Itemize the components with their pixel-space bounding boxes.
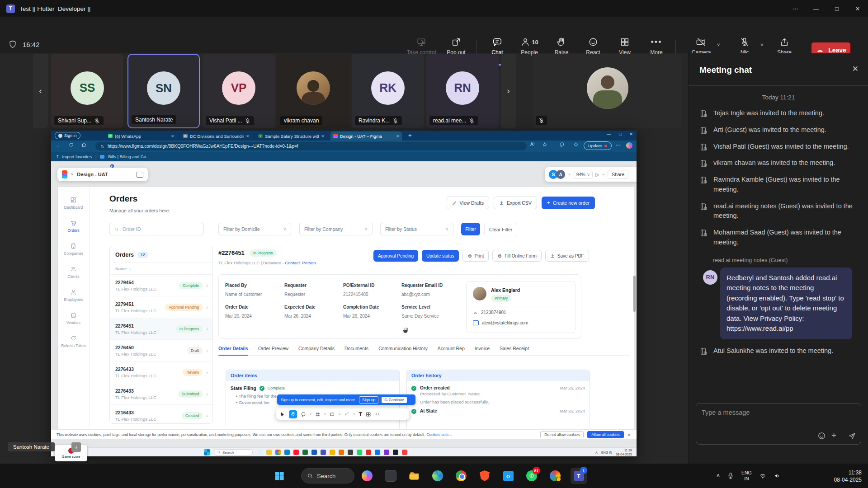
deny-cookies-button[interactable]: Do not allow cookies <box>540 431 584 438</box>
spotlight-video-tile[interactable] <box>533 54 682 128</box>
browser-signin-chip[interactable]: Sign in <box>55 132 80 139</box>
contact-email[interactable]: alex@vstatefilings.com <box>482 320 528 325</box>
contact-phone[interactable]: 2123874901 <box>481 310 506 315</box>
filter-company-select[interactable]: Filter by Company˅ <box>299 223 373 235</box>
react-button[interactable]: React <box>576 37 610 56</box>
view-button[interactable]: View <box>608 37 642 56</box>
order-row-selected[interactable]: 2276451TL Flex Holdings LLC In Progress› <box>110 318 212 340</box>
taskbar-search[interactable]: Search <box>301 468 354 483</box>
tray-chevron-icon[interactable]: ˄ <box>717 473 720 479</box>
browser-menu-icon[interactable]: ⋯ <box>615 142 621 148</box>
tab-sales-receipt[interactable]: Sales Receipt <box>500 346 529 351</box>
tab-communication-history[interactable]: Communication History <box>378 346 428 351</box>
browser-tab-active[interactable]: Design - UAT – Figma✕ <box>330 131 402 141</box>
teams-taskbar-icon[interactable]: T 1 <box>571 468 587 484</box>
tab-documents[interactable]: Documents <box>344 346 368 351</box>
url-field[interactable]: https://www.figma.com/design/9BKQ0FOHRWa… <box>95 142 527 150</box>
clear-filter-button[interactable]: Clear Filter <box>484 223 517 236</box>
copilot-icon[interactable] <box>626 142 632 149</box>
browser-profile-icon[interactable] <box>547 468 563 484</box>
video-tile[interactable]: RK Ravindra K... <box>352 54 424 128</box>
file-explorer-icon[interactable] <box>406 468 422 484</box>
connector-tool-icon[interactable] <box>344 412 349 417</box>
chrome-icon[interactable] <box>453 468 469 484</box>
pop-out-button[interactable]: Pop out <box>439 37 473 56</box>
tab-account-rep[interactable]: Account Rep <box>438 346 465 351</box>
chat-close-icon[interactable]: ✕ <box>852 64 859 74</box>
video-tile[interactable]: SS Shivani Sup... <box>51 54 123 128</box>
frame-tool-icon[interactable] <box>315 412 321 417</box>
google-continue-button[interactable]: GContinue <box>382 397 407 403</box>
edge-icon[interactable] <box>429 468 446 484</box>
chevron-down-icon[interactable]: ˅ <box>602 173 604 177</box>
approval-pending-button[interactable]: Approval Pending <box>373 250 418 262</box>
window-minimize-icon[interactable]: — <box>806 0 826 17</box>
chevron-down-icon[interactable]: ˅ <box>568 173 571 177</box>
sidebar-item-orders[interactable]: Orders <box>59 220 89 233</box>
chat-input-box[interactable]: + <box>696 403 861 445</box>
chevron-down-icon[interactable]: ˅ <box>339 413 340 416</box>
order-id-search[interactable] <box>109 223 204 235</box>
sidebar-item-refresh-token[interactable]: Refresh Token <box>59 335 89 348</box>
figma-logo-icon[interactable] <box>62 170 67 178</box>
order-row[interactable]: 2279451TL Flex Holdings LLC Approval Pen… <box>110 296 212 318</box>
browser-maximize-icon[interactable]: □ <box>619 132 621 136</box>
strip-scroll-right-button[interactable]: › <box>501 54 516 128</box>
chevron-down-icon[interactable]: ˅ <box>353 413 355 416</box>
collections-icon[interactable] <box>573 142 579 147</box>
send-icon[interactable] <box>848 432 856 440</box>
order-id-input[interactable] <box>122 226 191 232</box>
signup-button[interactable]: Sign up <box>359 396 378 404</box>
score-widget[interactable]: Game score <box>55 445 87 461</box>
print-button[interactable]: Print <box>462 250 489 262</box>
shape-tool-icon[interactable] <box>330 412 335 417</box>
browser-close-icon[interactable]: ✕ <box>629 132 633 136</box>
present-icon[interactable]: ▷ <box>596 172 599 177</box>
save-as-pdf-button[interactable]: Save as PDF <box>545 250 589 262</box>
zoom-control[interactable]: 94%˅ <box>574 171 593 178</box>
mic-options-chevron-icon[interactable]: ˅ <box>760 42 763 47</box>
video-tile[interactable]: RN read.ai mee... <box>426 54 499 128</box>
share-button[interactable]: Share <box>767 37 802 56</box>
volume-icon[interactable] <box>774 472 781 479</box>
dev-mode-icon[interactable] <box>375 412 380 417</box>
browser-update-button[interactable]: Update <box>584 141 612 150</box>
reload-icon[interactable] <box>68 142 74 148</box>
column-header[interactable]: Name <box>115 266 127 271</box>
sidebar-item-vendors[interactable]: Vendors <box>59 312 89 325</box>
shared-search-box[interactable]: Search <box>214 449 253 455</box>
browser-tab[interactable]: X Sample Salary Structure with calc✕ <box>255 131 327 141</box>
browser-minimize-icon[interactable]: — <box>607 132 611 136</box>
collaborator-avatar[interactable]: A <box>556 170 565 179</box>
read-aloud-icon[interactable]: A⁾ <box>530 142 534 147</box>
browser-tab[interactable]: ◍ DC Divisions and Surroundings✕ <box>180 131 252 141</box>
filter-status-select[interactable]: Filter by Status˅ <box>380 223 453 235</box>
camera-button[interactable]: Camera <box>684 37 718 56</box>
shared-taskbar-icons[interactable] <box>257 450 407 455</box>
tab-order-preview[interactable]: Order Preview <box>258 346 288 351</box>
browser-tab[interactable]: ✆ (6) WhatsApp✕ <box>105 131 177 141</box>
chevron-down-icon[interactable]: ˅ <box>310 413 311 416</box>
window-more-icon[interactable]: ⋯ <box>785 0 806 17</box>
export-csv-button[interactable]: Export CSV <box>494 197 537 209</box>
home-icon[interactable] <box>81 142 87 148</box>
sort-arrow-icon[interactable]: ↓ <box>129 266 131 271</box>
whatsapp-icon[interactable]: ✆ 81 <box>524 468 540 484</box>
comment-tool-icon[interactable] <box>301 412 306 417</box>
widget-add-icon[interactable]: + <box>71 442 81 452</box>
view-drafts-button[interactable]: View Drafts <box>447 197 490 209</box>
start-button[interactable] <box>271 468 288 484</box>
taskbar-clock[interactable]: 11:38 08-04-2025 <box>834 469 862 483</box>
chat-button[interactable]: Chat <box>480 37 514 56</box>
more-button[interactable]: ••• More <box>639 37 674 56</box>
move-tool-icon[interactable] <box>280 412 285 417</box>
window-maximize-icon[interactable]: □ <box>826 0 847 17</box>
video-tile[interactable]: vikram chavan <box>277 54 349 128</box>
copilot-taskbar-icon[interactable] <box>359 468 375 484</box>
strip-scroll-left-button[interactable]: ‹ <box>33 54 48 128</box>
tray-mic-icon[interactable] <box>727 472 734 479</box>
brave-icon[interactable] <box>476 468 493 484</box>
create-new-order-button[interactable]: + Create new order <box>542 197 595 209</box>
app-icon-dark[interactable] <box>382 468 399 484</box>
raise-button[interactable]: Raise <box>544 37 579 56</box>
